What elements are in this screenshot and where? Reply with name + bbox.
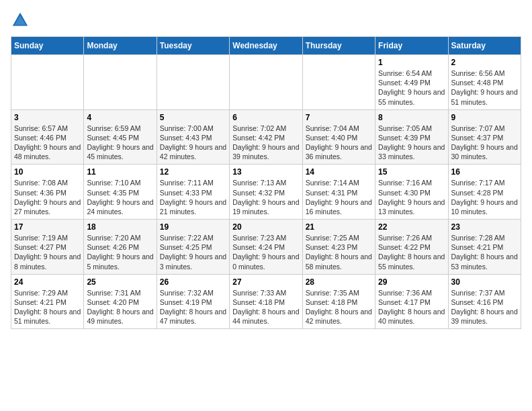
day-number: 28 [306, 277, 372, 287]
weekday-header-sunday: Sunday [11, 37, 84, 55]
day-cell [302, 55, 375, 110]
day-info: Sunrise: 7:04 AM Sunset: 4:40 PM Dayligh… [306, 124, 372, 161]
day-info: Sunrise: 7:37 AM Sunset: 4:16 PM Dayligh… [451, 289, 518, 326]
day-cell: 1Sunrise: 6:54 AM Sunset: 4:49 PM Daylig… [375, 55, 448, 110]
weekday-header-thursday: Thursday [302, 37, 375, 55]
day-cell: 13Sunrise: 7:13 AM Sunset: 4:32 PM Dayli… [230, 165, 302, 220]
day-number: 19 [160, 222, 226, 232]
day-info: Sunrise: 7:35 AM Sunset: 4:18 PM Dayligh… [306, 289, 372, 326]
day-cell: 2Sunrise: 6:56 AM Sunset: 4:48 PM Daylig… [448, 55, 521, 110]
day-cell: 5Sunrise: 7:00 AM Sunset: 4:43 PM Daylig… [157, 109, 229, 165]
day-cell: 29Sunrise: 7:36 AM Sunset: 4:17 PM Dayli… [375, 274, 448, 329]
weekday-header-tuesday: Tuesday [157, 37, 229, 55]
day-number: 14 [306, 167, 372, 177]
week-row-0: 1Sunrise: 6:54 AM Sunset: 4:49 PM Daylig… [11, 55, 521, 110]
day-info: Sunrise: 6:57 AM Sunset: 4:46 PM Dayligh… [14, 124, 81, 161]
day-number: 21 [306, 222, 372, 232]
day-number: 25 [87, 277, 153, 287]
day-cell: 14Sunrise: 7:14 AM Sunset: 4:31 PM Dayli… [302, 165, 375, 220]
day-info: Sunrise: 7:20 AM Sunset: 4:26 PM Dayligh… [87, 234, 153, 271]
day-cell: 30Sunrise: 7:37 AM Sunset: 4:16 PM Dayli… [448, 274, 521, 329]
day-cell: 11Sunrise: 7:10 AM Sunset: 4:35 PM Dayli… [84, 165, 157, 220]
day-info: Sunrise: 6:59 AM Sunset: 4:45 PM Dayligh… [87, 124, 153, 161]
week-row-4: 24Sunrise: 7:29 AM Sunset: 4:21 PM Dayli… [11, 274, 521, 329]
day-cell: 18Sunrise: 7:20 AM Sunset: 4:26 PM Dayli… [84, 220, 157, 275]
day-number: 29 [378, 277, 445, 287]
day-cell: 16Sunrise: 7:17 AM Sunset: 4:28 PM Dayli… [448, 165, 521, 220]
day-cell: 22Sunrise: 7:26 AM Sunset: 4:22 PM Dayli… [375, 220, 448, 275]
day-number: 2 [451, 58, 518, 67]
day-number: 10 [14, 167, 81, 177]
day-cell: 17Sunrise: 7:19 AM Sunset: 4:27 PM Dayli… [11, 220, 84, 275]
page-header [11, 11, 521, 30]
day-cell: 15Sunrise: 7:16 AM Sunset: 4:30 PM Dayli… [375, 165, 448, 220]
day-number: 1 [378, 58, 445, 67]
day-number: 7 [306, 113, 372, 122]
weekday-header-wednesday: Wednesday [230, 37, 302, 55]
day-number: 18 [87, 222, 153, 232]
day-cell [11, 55, 84, 110]
day-info: Sunrise: 7:16 AM Sunset: 4:30 PM Dayligh… [378, 179, 445, 216]
weekday-header-monday: Monday [84, 37, 157, 55]
day-info: Sunrise: 7:08 AM Sunset: 4:36 PM Dayligh… [14, 179, 81, 216]
day-cell: 20Sunrise: 7:23 AM Sunset: 4:24 PM Dayli… [230, 220, 302, 275]
day-info: Sunrise: 7:07 AM Sunset: 4:37 PM Dayligh… [451, 124, 518, 161]
day-number: 12 [160, 167, 226, 177]
day-cell [230, 55, 302, 110]
day-cell: 7Sunrise: 7:04 AM Sunset: 4:40 PM Daylig… [302, 109, 375, 165]
day-number: 3 [14, 113, 81, 122]
day-cell: 12Sunrise: 7:11 AM Sunset: 4:33 PM Dayli… [157, 165, 229, 220]
day-number: 11 [87, 167, 153, 177]
day-info: Sunrise: 7:36 AM Sunset: 4:17 PM Dayligh… [378, 289, 445, 326]
day-info: Sunrise: 7:28 AM Sunset: 4:21 PM Dayligh… [451, 234, 518, 271]
day-info: Sunrise: 7:10 AM Sunset: 4:35 PM Dayligh… [87, 179, 153, 216]
week-row-1: 3Sunrise: 6:57 AM Sunset: 4:46 PM Daylig… [11, 109, 521, 165]
day-cell: 26Sunrise: 7:32 AM Sunset: 4:19 PM Dayli… [157, 274, 229, 329]
day-number: 15 [378, 167, 445, 177]
weekday-header-friday: Friday [375, 37, 448, 55]
day-cell: 6Sunrise: 7:02 AM Sunset: 4:42 PM Daylig… [230, 109, 302, 165]
day-number: 26 [160, 277, 226, 287]
week-row-3: 17Sunrise: 7:19 AM Sunset: 4:27 PM Dayli… [11, 220, 521, 275]
day-number: 24 [14, 277, 81, 287]
calendar-table: SundayMondayTuesdayWednesdayThursdayFrid… [11, 36, 521, 329]
day-cell: 28Sunrise: 7:35 AM Sunset: 4:18 PM Dayli… [302, 274, 375, 329]
day-number: 13 [232, 167, 299, 177]
day-cell [157, 55, 229, 110]
day-info: Sunrise: 7:31 AM Sunset: 4:20 PM Dayligh… [87, 289, 153, 326]
day-cell: 9Sunrise: 7:07 AM Sunset: 4:37 PM Daylig… [448, 109, 521, 165]
day-cell: 21Sunrise: 7:25 AM Sunset: 4:23 PM Dayli… [302, 220, 375, 275]
day-number: 9 [451, 113, 518, 122]
logo [11, 11, 32, 30]
day-info: Sunrise: 6:56 AM Sunset: 4:48 PM Dayligh… [451, 69, 518, 106]
day-info: Sunrise: 7:00 AM Sunset: 4:43 PM Dayligh… [160, 124, 226, 161]
day-number: 27 [232, 277, 299, 287]
day-info: Sunrise: 6:54 AM Sunset: 4:49 PM Dayligh… [378, 69, 445, 106]
day-info: Sunrise: 7:32 AM Sunset: 4:19 PM Dayligh… [160, 289, 226, 326]
day-number: 4 [87, 113, 153, 122]
day-cell: 25Sunrise: 7:31 AM Sunset: 4:20 PM Dayli… [84, 274, 157, 329]
day-cell: 10Sunrise: 7:08 AM Sunset: 4:36 PM Dayli… [11, 165, 84, 220]
day-cell: 4Sunrise: 6:59 AM Sunset: 4:45 PM Daylig… [84, 109, 157, 165]
day-number: 8 [378, 113, 445, 122]
day-info: Sunrise: 7:02 AM Sunset: 4:42 PM Dayligh… [232, 124, 299, 161]
day-info: Sunrise: 7:19 AM Sunset: 4:27 PM Dayligh… [14, 234, 81, 271]
week-row-2: 10Sunrise: 7:08 AM Sunset: 4:36 PM Dayli… [11, 165, 521, 220]
day-cell: 3Sunrise: 6:57 AM Sunset: 4:46 PM Daylig… [11, 109, 84, 165]
day-cell: 19Sunrise: 7:22 AM Sunset: 4:25 PM Dayli… [157, 220, 229, 275]
day-number: 23 [451, 222, 518, 232]
day-cell: 8Sunrise: 7:05 AM Sunset: 4:39 PM Daylig… [375, 109, 448, 165]
day-number: 16 [451, 167, 518, 177]
day-info: Sunrise: 7:14 AM Sunset: 4:31 PM Dayligh… [306, 179, 372, 216]
day-number: 5 [160, 113, 226, 122]
day-info: Sunrise: 7:26 AM Sunset: 4:22 PM Dayligh… [378, 234, 445, 271]
logo-icon [11, 11, 30, 30]
day-number: 6 [232, 113, 299, 122]
day-info: Sunrise: 7:23 AM Sunset: 4:24 PM Dayligh… [232, 234, 299, 271]
day-info: Sunrise: 7:22 AM Sunset: 4:25 PM Dayligh… [160, 234, 226, 271]
weekday-header-saturday: Saturday [448, 37, 521, 55]
day-number: 30 [451, 277, 518, 287]
weekday-header-row: SundayMondayTuesdayWednesdayThursdayFrid… [11, 37, 521, 55]
day-cell: 27Sunrise: 7:33 AM Sunset: 4:18 PM Dayli… [230, 274, 302, 329]
day-cell: 24Sunrise: 7:29 AM Sunset: 4:21 PM Dayli… [11, 274, 84, 329]
